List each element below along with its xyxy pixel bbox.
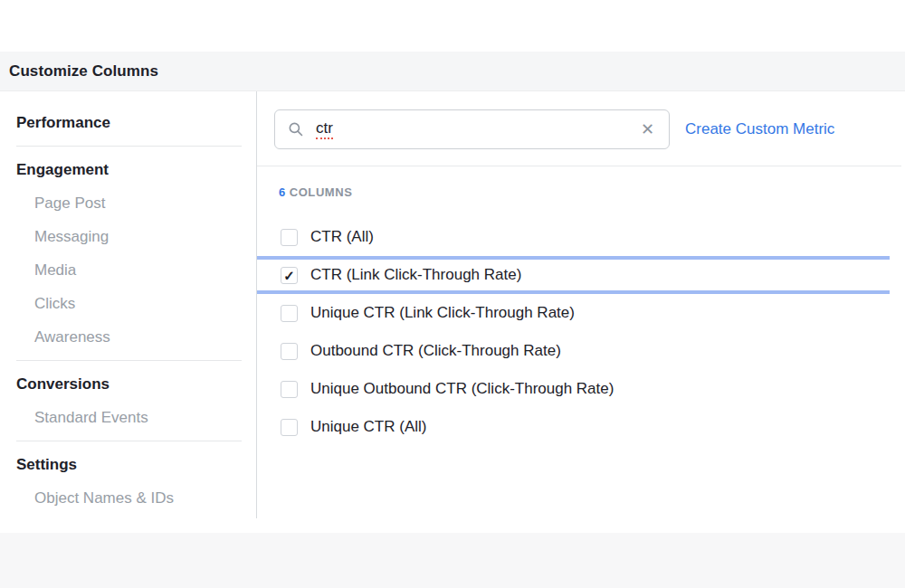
column-row-label: Outbound CTR (Click-Through Rate) (310, 342, 561, 360)
category-sidebar: PerformanceEngagementPage PostMessagingM… (0, 91, 256, 515)
clear-search-icon[interactable]: ✕ (641, 121, 654, 138)
checkbox-unchecked-icon[interactable] (281, 229, 298, 246)
columns-panel: ctr ✕ Create Custom Metric 6COLUMNS CTR … (257, 91, 905, 533)
column-row-ctr-link-click-through-rate[interactable]: ✓CTR (Link Click-Through Rate) (257, 256, 890, 294)
page-footer-area (0, 533, 905, 588)
checkbox-unchecked-icon[interactable] (281, 343, 298, 360)
column-row-label: CTR (Link Click-Through Rate) (310, 266, 521, 284)
search-value: ctr (316, 119, 333, 139)
dialog-header: Customize Columns (0, 52, 905, 91)
sidebar-section-divider (16, 360, 242, 361)
column-row-label: Unique CTR (All) (310, 418, 426, 436)
column-row-label: Unique Outbound CTR (Click-Through Rate) (310, 380, 614, 398)
search-row: ctr ✕ Create Custom Metric (274, 109, 905, 149)
search-results-divider (257, 166, 901, 166)
sidebar-item-clicks[interactable]: Clicks (0, 287, 256, 320)
sidebar-section-divider (16, 441, 242, 441)
checkbox-checked-icon[interactable]: ✓ (281, 267, 298, 284)
sidebar-item-media[interactable]: Media (0, 253, 256, 287)
search-icon (288, 121, 304, 138)
sidebar-section-conversions[interactable]: Conversions (0, 367, 256, 401)
column-row-unique-outbound-ctr-click-through-rate[interactable]: Unique Outbound CTR (Click-Through Rate) (257, 370, 890, 408)
column-row-ctr-all[interactable]: CTR (All) (257, 218, 890, 256)
results-count: 6COLUMNS (279, 185, 905, 200)
results-count-label: COLUMNS (290, 185, 353, 199)
sidebar-item-object-names-ids[interactable]: Object Names & IDs (0, 481, 256, 515)
sidebar-section-performance[interactable]: Performance (0, 106, 256, 139)
column-row-outbound-ctr-click-through-rate[interactable]: Outbound CTR (Click-Through Rate) (257, 332, 890, 370)
sidebar-section-divider (16, 146, 242, 147)
customize-columns-dialog: Customize Columns PerformanceEngagementP… (0, 0, 905, 588)
checkbox-unchecked-icon[interactable] (281, 381, 298, 398)
column-row-unique-ctr-all[interactable]: Unique CTR (All) (257, 408, 890, 446)
create-custom-metric-link[interactable]: Create Custom Metric (685, 120, 834, 138)
checkbox-unchecked-icon[interactable] (281, 305, 298, 322)
sidebar-item-awareness[interactable]: Awareness (0, 320, 256, 354)
column-row-label: CTR (All) (310, 228, 374, 246)
column-row-unique-ctr-link-click-through-rate[interactable]: Unique CTR (Link Click-Through Rate) (257, 294, 890, 332)
sidebar-section-engagement[interactable]: Engagement (0, 153, 256, 186)
sidebar-item-messaging[interactable]: Messaging (0, 220, 256, 253)
column-row-label: Unique CTR (Link Click-Through Rate) (310, 304, 575, 322)
column-list: CTR (All)✓CTR (Link Click-Through Rate)U… (257, 218, 890, 446)
dialog-body: PerformanceEngagementPage PostMessagingM… (0, 91, 905, 533)
sidebar-item-page-post[interactable]: Page Post (0, 186, 256, 220)
dialog-title: Customize Columns (9, 62, 158, 81)
checkbox-unchecked-icon[interactable] (281, 419, 298, 436)
sidebar-section-settings[interactable]: Settings (0, 448, 256, 481)
search-input[interactable]: ctr ✕ (274, 109, 670, 149)
sidebar-item-standard-events[interactable]: Standard Events (0, 401, 256, 434)
results-count-number: 6 (279, 185, 286, 199)
